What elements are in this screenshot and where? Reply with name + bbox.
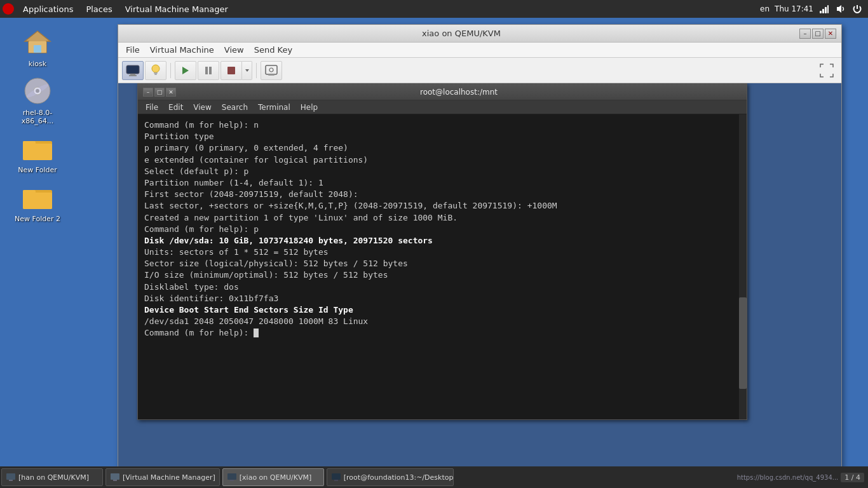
svg-rect-20 xyxy=(130,74,135,75)
qemu-maximize-button[interactable]: □ xyxy=(812,29,824,39)
vm-manager-menu[interactable]: Virtual Machine Manager xyxy=(120,3,233,15)
taskbar-item-xiao-kvm[interactable]: [xiao on QEMU/KVM] xyxy=(222,468,324,486)
svg-rect-4 xyxy=(827,5,829,13)
terminal-menu-edit[interactable]: Edit xyxy=(163,102,188,112)
home-folder-icon xyxy=(22,27,53,57)
svg-rect-28 xyxy=(227,67,235,74)
svg-rect-15 xyxy=(23,144,52,160)
desktop-icon-new-folder-2[interactable]: New Folder 2 xyxy=(9,179,66,226)
svg-rect-30 xyxy=(266,65,277,74)
taskbar-xiao-kvm-label: [xiao on QEMU/KVM] xyxy=(240,473,311,482)
taskbar-url: https://blog.csdn.net/qq_4934... xyxy=(737,474,839,481)
svg-rect-19 xyxy=(126,65,139,74)
places-menu[interactable]: Places xyxy=(81,3,117,15)
taskbar-page-indicator: 1 / 4 xyxy=(841,473,864,482)
terminal-maximize-button[interactable]: □ xyxy=(154,88,165,97)
qemu-menubar: File Virtual Machine View Send Key xyxy=(118,43,841,58)
qemu-menu-vm[interactable]: Virtual Machine xyxy=(145,44,219,56)
apps-icon xyxy=(3,3,14,15)
terminal-menu-terminal[interactable]: Terminal xyxy=(253,102,295,112)
qemu-minimize-button[interactable]: – xyxy=(799,29,811,39)
desktop-area: kiosk rhel-8.0-x86_64... New Folder xyxy=(0,18,121,466)
desktop-icon-new-folder[interactable]: New Folder xyxy=(9,130,66,177)
taskbar-vm-manager-label: [Virtual Machine Manager] xyxy=(123,473,215,482)
toolbar-monitor-button[interactable] xyxy=(122,61,144,80)
svg-rect-18 xyxy=(23,193,52,209)
taskbar-han-kvm-icon xyxy=(6,472,16,482)
svg-rect-42 xyxy=(6,473,15,480)
toolbar-sep-2 xyxy=(256,63,257,78)
taskbar-xiao-kvm-icon xyxy=(227,472,237,482)
terminal-menubar: File Edit View Search Terminal Help xyxy=(138,100,747,114)
taskbar: [han on QEMU/KVM] [Virtual Machine Manag… xyxy=(0,466,868,488)
svg-rect-49 xyxy=(334,480,338,481)
svg-rect-32 xyxy=(268,74,275,76)
qemu-toolbar xyxy=(118,58,841,83)
terminal-scrollbar-thumb[interactable] xyxy=(739,297,747,389)
qemu-menu-file[interactable]: File xyxy=(121,44,145,56)
terminal-menu-help[interactable]: Help xyxy=(295,102,323,112)
qemu-window-title: xiao on QEMU/KVM xyxy=(123,29,799,38)
taskbar-item-vm-manager[interactable]: [Virtual Machine Manager] xyxy=(105,468,220,486)
svg-point-31 xyxy=(269,68,273,72)
locale-indicator: en xyxy=(760,4,770,13)
svg-point-22 xyxy=(152,65,159,72)
svg-rect-21 xyxy=(129,75,137,76)
terminal-controls: – □ ✕ xyxy=(143,88,176,97)
qemu-close-button[interactable]: ✕ xyxy=(825,29,836,39)
svg-rect-27 xyxy=(209,67,212,74)
svg-marker-29 xyxy=(245,69,249,72)
toolbar-stop-dropdown[interactable] xyxy=(242,61,252,80)
terminal-menu-file[interactable]: File xyxy=(140,102,163,112)
taskbar-item-foundation-desktop[interactable]: [root@foundation13:~/Desktop] xyxy=(327,468,454,486)
qemu-titlebar: xiao on QEMU/KVM – □ ✕ xyxy=(118,25,841,43)
taskbar-vm-manager-icon xyxy=(110,472,120,482)
top-menubar: Applications Places Virtual Machine Mana… xyxy=(0,0,868,18)
taskbar-right: https://blog.csdn.net/qq_4934... 1 / 4 xyxy=(737,473,868,482)
svg-rect-23 xyxy=(154,72,158,74)
desktop-icon-rhel[interactable]: rhel-8.0-x86_64... xyxy=(9,73,66,128)
svg-rect-1 xyxy=(820,11,822,13)
power-icon[interactable] xyxy=(851,3,863,15)
toolbar-stop-group xyxy=(220,61,252,80)
svg-rect-47 xyxy=(230,480,234,481)
qemu-menu-sendkey[interactable]: Send Key xyxy=(249,44,297,56)
network-icon[interactable] xyxy=(818,3,830,15)
sound-icon[interactable] xyxy=(835,3,846,15)
toolbar-stop-button[interactable] xyxy=(220,61,242,80)
terminal-menu-view[interactable]: View xyxy=(188,102,216,112)
svg-point-0 xyxy=(5,6,11,12)
taskbar-item-han-kvm[interactable]: [han on QEMU/KVM] xyxy=(1,468,103,486)
qemu-menu-view[interactable]: View xyxy=(219,44,249,56)
disc-icon xyxy=(22,76,53,106)
terminal-title: root@localhost:/mnt xyxy=(176,88,742,97)
svg-rect-48 xyxy=(332,473,341,480)
svg-marker-5 xyxy=(837,5,841,13)
svg-rect-24 xyxy=(154,74,157,75)
new-folder-icon-label: New Folder xyxy=(18,166,57,174)
svg-rect-43 xyxy=(9,480,13,481)
taskbar-foundation-label: [root@foundation13:~/Desktop] xyxy=(344,473,454,482)
toolbar-right-spacer xyxy=(816,61,837,80)
desktop-icon-kiosk[interactable]: kiosk xyxy=(9,24,66,71)
datetime-display: Thu 17:41 xyxy=(775,4,813,13)
svg-rect-8 xyxy=(34,45,41,53)
terminal-scrollbar[interactable] xyxy=(739,114,747,419)
toolbar-screenshot-button[interactable] xyxy=(261,61,282,80)
toolbar-lightbulb-button[interactable] xyxy=(145,61,166,80)
svg-rect-3 xyxy=(825,7,827,13)
qemu-window-controls: – □ ✕ xyxy=(799,29,836,39)
folder-icon-1 xyxy=(22,133,53,163)
folder-icon-2 xyxy=(22,182,53,212)
toolbar-autoresize-button[interactable] xyxy=(816,61,837,80)
kiosk-icon-label: kiosk xyxy=(29,60,46,68)
toolbar-play-button[interactable] xyxy=(175,61,196,80)
terminal-titlebar: – □ ✕ root@localhost:/mnt xyxy=(138,84,747,100)
toolbar-pause-button[interactable] xyxy=(198,61,219,80)
terminal-minimize-button[interactable]: – xyxy=(143,88,153,97)
terminal-menu-search[interactable]: Search xyxy=(217,102,253,112)
terminal-close-button[interactable]: ✕ xyxy=(166,88,176,97)
applications-menu[interactable]: Applications xyxy=(18,3,78,15)
terminal-body[interactable]: Command (m for help): nPartition type p … xyxy=(138,114,747,419)
new-folder-2-icon-label: New Folder 2 xyxy=(15,215,60,223)
